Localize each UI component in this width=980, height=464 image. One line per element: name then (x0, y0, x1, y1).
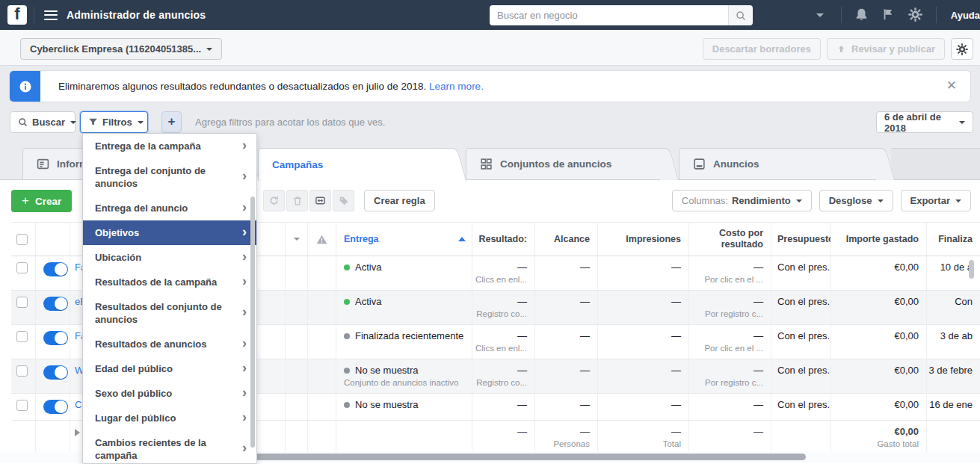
impressions-value: — (598, 262, 681, 273)
menu-item[interactable]: Resultados del conjunto de anuncios› (83, 294, 256, 332)
search-icon[interactable] (728, 5, 753, 25)
chevron-down-icon (955, 199, 961, 205)
row-checkbox[interactable] (16, 297, 28, 308)
campaign-toggle[interactable] (43, 331, 68, 345)
menu-item[interactable]: Resultados de anuncios› (83, 332, 256, 356)
status-dot-icon (344, 299, 350, 305)
search-input[interactable] (490, 5, 728, 25)
header-presupuesto[interactable]: Presupuesto (771, 223, 831, 256)
spent-value: €0,00 (831, 262, 919, 273)
edit-icon[interactable] (309, 190, 331, 211)
header-impresiones[interactable]: Impresiones (598, 223, 689, 256)
tag-icon[interactable] (333, 190, 354, 211)
notifications-bell-icon[interactable] (854, 7, 869, 22)
row-checkbox[interactable] (16, 365, 28, 377)
row-checkbox[interactable] (16, 331, 28, 342)
settings-gear-icon[interactable] (908, 7, 923, 22)
chevron-right-icon: › (242, 337, 247, 350)
columns-selector[interactable]: Columnas: Rendimiento (672, 190, 812, 211)
header-costo[interactable]: Costo por resultado (689, 223, 771, 256)
export-selector[interactable]: Exportar (901, 190, 971, 211)
header-alcance[interactable]: Alcance (535, 223, 598, 256)
select-all-checkbox[interactable] (16, 234, 28, 245)
menu-item-label: Resultados de anuncios (95, 338, 207, 350)
review-publish-button[interactable]: Revisar y publicar (827, 38, 945, 60)
tab-ads[interactable]: Anuncios (679, 148, 882, 179)
toggle-knob (55, 366, 67, 379)
refresh-icon[interactable] (263, 190, 285, 211)
breakdown-selector[interactable]: Desglose (819, 190, 893, 211)
spent-value: €0,00 (831, 330, 919, 341)
delivery-status: No se muestra (344, 399, 472, 410)
filters-dropdown-menu: Entrega de la campaña›Entrega del conjun… (82, 133, 257, 464)
ad-account-settings-button[interactable] (951, 38, 973, 60)
help-link[interactable]: Ayuda (951, 10, 980, 21)
menu-item-label: Lugar del público (95, 412, 176, 424)
total-reach-label: Personas (535, 439, 590, 448)
menu-scrollbar-thumb[interactable] (250, 197, 255, 448)
chevron-down-icon (878, 199, 884, 205)
add-filter-button[interactable]: + (161, 111, 182, 133)
row-checkbox[interactable] (16, 400, 28, 411)
menu-item[interactable]: Resultados de la campaña› (83, 270, 256, 294)
menu-item[interactable]: Ubicación› (83, 245, 256, 270)
account-caret-icon[interactable] (816, 13, 824, 21)
menu-item[interactable]: Objetivos› (83, 220, 256, 245)
menu-item[interactable]: Entrega del anuncio› (83, 196, 256, 220)
header-finaliza[interactable]: Finaliza (927, 223, 980, 256)
results-value: — (472, 296, 527, 307)
hamburger-menu-icon[interactable] (44, 10, 58, 20)
toggle-knob (55, 332, 67, 344)
campaign-toggle[interactable] (43, 365, 68, 380)
campaign-toggle[interactable] (43, 262, 68, 276)
campaign-toggle[interactable] (43, 400, 68, 414)
menu-item[interactable]: Cambios recientes de la campaña› (83, 430, 256, 464)
pages-flag-icon[interactable] (881, 7, 896, 22)
status-dot-icon (344, 402, 350, 408)
business-search (490, 5, 753, 25)
row-checkbox[interactable] (16, 262, 28, 273)
menu-item[interactable]: Entrega de la campaña› (83, 134, 256, 158)
results-value: — (472, 399, 527, 410)
search-filter-button[interactable]: Buscar (10, 111, 75, 133)
delete-trash-icon[interactable] (286, 190, 308, 211)
header-importe[interactable]: Importe gastado (831, 223, 927, 256)
tab-ad-sets[interactable]: Conjuntos de anuncios (466, 148, 666, 179)
header-entrega[interactable]: Entrega (336, 223, 472, 256)
create-rule-button[interactable]: Crear regla (364, 190, 435, 211)
budget-value: Con el pres... (777, 330, 830, 341)
results-label: Registro co... (472, 378, 527, 387)
delivery-status-sub: Conjunto de anuncios inactivo (344, 378, 472, 387)
chevron-down-icon[interactable] (294, 238, 300, 244)
learn-more-link[interactable]: Learn more. (429, 81, 484, 92)
cost-value: — (689, 399, 763, 410)
end-date-value: 3 de febre (927, 365, 973, 376)
cost-value: — (689, 296, 763, 307)
nav-right-icons: Ayuda (816, 0, 980, 30)
chevron-right-icon: › (242, 226, 247, 238)
campaign-toggle[interactable] (43, 297, 68, 311)
facebook-logo-icon[interactable]: f (7, 5, 27, 25)
menu-item[interactable]: Lugar del público› (83, 406, 256, 430)
results-label: Registro co... (472, 309, 527, 318)
search-icon (18, 117, 28, 127)
discard-drafts-button[interactable]: Descartar borradores (703, 38, 821, 60)
vertical-scrollbar-thumb[interactable] (969, 260, 974, 279)
account-selector[interactable]: Cyberclick Empresa (116204051385... (20, 38, 222, 60)
date-range-selector[interactable]: 6 de abril de 2018 (876, 111, 973, 133)
tab-campaigns[interactable]: Campañas (258, 148, 454, 181)
plus-icon: + (22, 194, 29, 208)
total-spent-label: Gasto total (831, 439, 919, 448)
filter-hint-text: Agrega filtros para acotar los datos que… (195, 117, 385, 128)
menu-item[interactable]: Sexo del público› (83, 381, 256, 406)
filters-button[interactable]: Filtros (80, 111, 148, 133)
menu-item[interactable]: Edad del público› (83, 356, 256, 381)
tab-label: Campañas (272, 159, 323, 170)
budget-value: Con el pres... (777, 262, 830, 273)
menu-item[interactable]: Entrega del conjunto de anuncios› (83, 158, 256, 196)
close-icon[interactable]: ✕ (946, 78, 957, 93)
header-resultados[interactable]: Resultado: (472, 223, 535, 256)
status-dot-icon (344, 265, 350, 270)
ads-icon (693, 158, 706, 170)
create-button[interactable]: + Crear (11, 190, 72, 212)
